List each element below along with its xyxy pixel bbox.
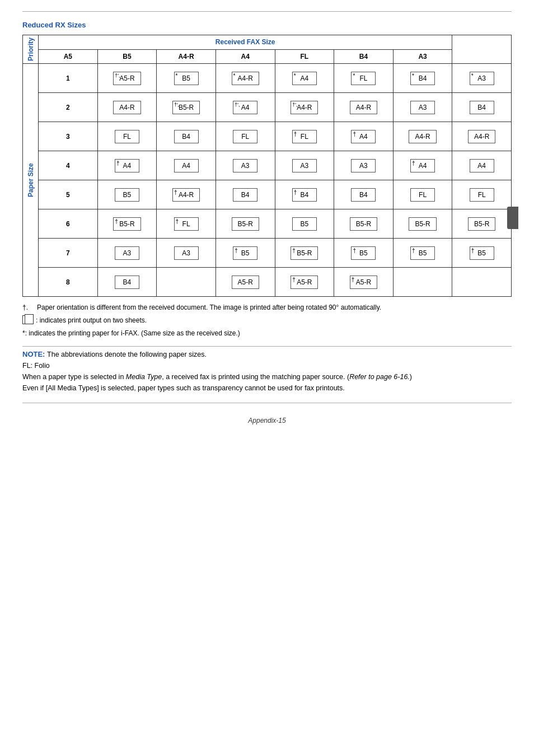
cell-label: *B5 <box>174 72 199 85</box>
data-cell: *B4 <box>393 64 452 93</box>
cell-label: †′,A5-R <box>113 72 140 85</box>
cell-label: *A3 <box>470 72 494 85</box>
footnote-twosheet: : indicates print output on two sheets. <box>22 315 512 326</box>
priority-number: 1 <box>39 64 98 93</box>
cell-label: †B5 <box>410 246 435 260</box>
data-cell: †A5-R <box>334 268 394 297</box>
cell-label: A3 <box>174 246 199 260</box>
cell-label: †B5 <box>351 246 376 260</box>
cell-label: B5-R <box>409 217 436 231</box>
data-cell: A4-R <box>97 93 157 122</box>
cell-label: FL <box>410 188 435 202</box>
cell-label: A4-R <box>350 101 377 114</box>
data-cell: A3 <box>393 93 452 122</box>
cell-label: †B5-R <box>113 217 140 231</box>
cell-marker: † <box>115 218 118 225</box>
cell-marker: †′, <box>235 102 240 108</box>
received-fax-size-header: Received FAX Size <box>39 35 452 50</box>
paper-size-header: Paper Size <box>23 64 39 297</box>
cell-label: FL <box>115 130 139 143</box>
cell-marker: †′, <box>115 73 120 78</box>
data-cell: †B5 <box>216 239 275 268</box>
cell-label: †FL <box>174 217 199 231</box>
cell-marker: * <box>471 73 474 79</box>
priority-number: 5 <box>39 180 98 209</box>
col-header-fl: FL <box>275 49 334 64</box>
cell-label: †B5-R <box>291 246 318 260</box>
data-cell: B5 <box>97 180 157 209</box>
table-row: 8B4A5-R†A5-R†A5-R <box>23 268 512 297</box>
cell-marker: * <box>353 73 355 79</box>
data-cell: †A4 <box>393 151 452 180</box>
data-cell: †A4 <box>334 122 394 151</box>
data-cell: B4 <box>216 180 275 209</box>
cell-marker: † <box>353 248 356 254</box>
cell-label: †′,B5-R <box>172 101 200 114</box>
cell-marker: * <box>176 73 178 79</box>
priority-number: 4 <box>39 151 98 180</box>
cell-marker: † <box>471 248 475 254</box>
cell-label: †′,A4 <box>233 101 257 114</box>
cell-label: A3 <box>351 159 376 172</box>
cell-label: B5 <box>115 188 139 202</box>
footnote-dagger: †. Paper orientation is different from t… <box>22 302 512 313</box>
data-cell: †A4 <box>97 151 157 180</box>
data-cell: A3 <box>216 151 275 180</box>
data-cell: †′,A5-R <box>97 64 157 93</box>
cell-label: A3 <box>233 159 257 172</box>
cell-label: A4 <box>174 159 199 172</box>
cell-marker: † <box>294 189 297 195</box>
col-header-a3: A3 <box>393 49 452 64</box>
data-cell: †FL <box>157 209 216 239</box>
data-cell: †B4 <box>275 180 334 209</box>
data-cell: †′,B5-R <box>157 93 216 122</box>
data-cell: †A4-R <box>157 180 216 209</box>
data-cell: A3 <box>275 151 334 180</box>
cell-marker: † <box>412 160 415 166</box>
cell-label: B5-R <box>350 217 377 231</box>
cell-label: †A4 <box>351 130 376 143</box>
cell-label: B4 <box>351 188 376 202</box>
data-cell: B5-R <box>393 209 452 239</box>
cell-marker: †′, <box>174 102 179 108</box>
data-cell: †B5-R <box>97 209 157 239</box>
table-row: 4†A4A4A3A3A3†A4A4 <box>23 151 512 180</box>
cell-label: A4-R <box>409 130 436 143</box>
cell-label: B5-R <box>232 217 259 231</box>
data-cell: A3 <box>157 239 216 268</box>
data-cell: *B5 <box>157 64 216 93</box>
cell-marker: † <box>412 248 415 254</box>
twosheet-icon <box>22 315 30 324</box>
cell-label: †B5 <box>470 246 494 260</box>
cell-label: B4 <box>115 276 139 289</box>
cell-marker: † <box>353 131 356 137</box>
data-cell: FL <box>97 122 157 151</box>
table-row: Paper Size1†′,A5-R*B5*A4-R*A4*FL*B4*A3 <box>23 64 512 93</box>
data-cell: A4 <box>452 151 512 180</box>
data-cell: A3 <box>334 151 394 180</box>
priority-number: 8 <box>39 268 98 297</box>
data-cell: †B5 <box>393 239 452 268</box>
priority-number: 2 <box>39 93 98 122</box>
page-footer: Appendix-15 <box>22 417 512 424</box>
cell-marker: * <box>294 73 296 79</box>
col-header-b4: B4 <box>334 49 394 64</box>
cell-marker: * <box>412 73 414 79</box>
data-cell: B4 <box>97 268 157 297</box>
data-cell: †B5-R <box>275 239 334 268</box>
cell-label: *FL <box>351 72 376 85</box>
cell-marker: * <box>233 73 236 79</box>
cell-marker: † <box>352 277 355 283</box>
footnote-star: *: indicates the printing paper for i-FA… <box>22 328 512 339</box>
data-cell: B4 <box>334 180 394 209</box>
cell-label: B4 <box>233 188 257 202</box>
cell-label: FL <box>233 130 257 143</box>
reduced-rx-sizes-table: Priority Received FAX Size A5 B5 A4-R A4… <box>22 35 512 297</box>
cell-label: A3 <box>292 159 317 172</box>
priority-number: 6 <box>39 209 98 239</box>
data-cell: B5-R <box>452 209 512 239</box>
cell-label: A3 <box>115 246 139 260</box>
cell-marker: † <box>176 218 179 225</box>
cell-marker: † <box>235 248 238 254</box>
data-cell: A4 <box>157 151 216 180</box>
